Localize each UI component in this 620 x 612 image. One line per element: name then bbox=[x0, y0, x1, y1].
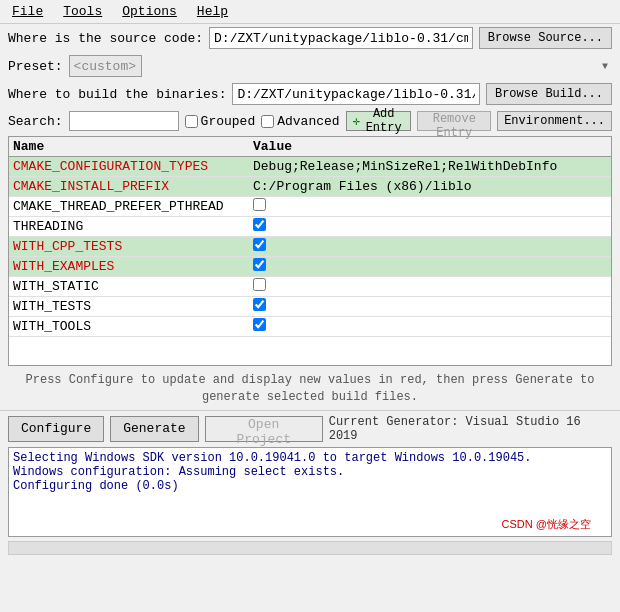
entry-checkbox[interactable] bbox=[253, 238, 266, 251]
preset-label: Preset: bbox=[8, 59, 63, 74]
cell-value[interactable] bbox=[253, 238, 607, 255]
source-label: Where is the source code: bbox=[8, 31, 203, 46]
log-lines: Selecting Windows SDK version 10.0.19041… bbox=[13, 451, 607, 493]
build-input[interactable] bbox=[232, 83, 480, 105]
environment-button[interactable]: Environment... bbox=[497, 111, 612, 131]
table-header: Name Value bbox=[9, 137, 611, 157]
menubar: File Tools Options Help bbox=[0, 0, 620, 24]
entry-checkbox[interactable] bbox=[253, 318, 266, 331]
entry-checkbox[interactable] bbox=[253, 258, 266, 271]
plus-icon: ✛ bbox=[353, 114, 360, 129]
bottom-buttons: Configure Generate Open Project Current … bbox=[0, 410, 620, 447]
browse-build-button[interactable]: Browse Build... bbox=[486, 83, 612, 105]
table-row[interactable]: WITH_TESTS bbox=[9, 297, 611, 317]
preset-dropdown[interactable]: <custom> bbox=[69, 55, 142, 77]
bottom-scroll bbox=[0, 541, 620, 555]
browse-source-button[interactable]: Browse Source... bbox=[479, 27, 612, 49]
log-line: Selecting Windows SDK version 10.0.19041… bbox=[13, 451, 607, 465]
advanced-label[interactable]: Advanced bbox=[261, 114, 339, 129]
table-row[interactable]: WITH_CPP_TESTS bbox=[9, 237, 611, 257]
status-message: Press Configure to update and display ne… bbox=[0, 368, 620, 410]
cell-value[interactable] bbox=[253, 258, 607, 275]
menu-tools[interactable]: Tools bbox=[59, 3, 106, 20]
search-input[interactable] bbox=[69, 111, 179, 131]
configure-button[interactable]: Configure bbox=[8, 416, 104, 442]
cell-name: CMAKE_INSTALL_PREFIX bbox=[13, 179, 253, 194]
cell-value[interactable] bbox=[253, 198, 607, 215]
cell-name: CMAKE_CONFIGURATION_TYPES bbox=[13, 159, 253, 174]
table-row[interactable]: CMAKE_INSTALL_PREFIXC:/Program Files (x8… bbox=[9, 177, 611, 197]
menu-help[interactable]: Help bbox=[193, 3, 232, 20]
cell-value[interactable] bbox=[253, 218, 607, 235]
table-row[interactable]: THREADING bbox=[9, 217, 611, 237]
generator-text: Current Generator: Visual Studio 16 2019 bbox=[329, 415, 612, 443]
table-row[interactable]: WITH_EXAMPLES bbox=[9, 257, 611, 277]
preset-wrapper: <custom> bbox=[69, 55, 612, 77]
cell-value[interactable] bbox=[253, 318, 607, 335]
cell-name: CMAKE_THREAD_PREFER_PTHREAD bbox=[13, 199, 253, 214]
entry-checkbox[interactable] bbox=[253, 298, 266, 311]
menu-options[interactable]: Options bbox=[118, 3, 181, 20]
cell-name: WITH_STATIC bbox=[13, 279, 253, 294]
table-row[interactable]: CMAKE_CONFIGURATION_TYPESDebug;Release;M… bbox=[9, 157, 611, 177]
search-label: Search: bbox=[8, 114, 63, 129]
header-name: Name bbox=[13, 139, 253, 154]
cell-name: WITH_EXAMPLES bbox=[13, 259, 253, 274]
cell-value[interactable] bbox=[253, 278, 607, 295]
open-project-button[interactable]: Open Project bbox=[205, 416, 323, 442]
table-row[interactable]: CMAKE_THREAD_PREFER_PTHREAD bbox=[9, 197, 611, 217]
cell-value: Debug;Release;MinSizeRel;RelWithDebInfo bbox=[253, 159, 607, 174]
entry-checkbox[interactable] bbox=[253, 218, 266, 231]
table-row[interactable]: WITH_TOOLS bbox=[9, 317, 611, 337]
add-entry-button[interactable]: ✛ Add Entry bbox=[346, 111, 412, 131]
search-row: Search: Grouped Advanced ✛ Add Entry Rem… bbox=[0, 108, 620, 134]
cell-name: WITH_TESTS bbox=[13, 299, 253, 314]
preset-row: Preset: <custom> bbox=[0, 52, 620, 80]
cell-name: THREADING bbox=[13, 219, 253, 234]
advanced-checkbox[interactable] bbox=[261, 115, 274, 128]
cell-value: C:/Program Files (x86)/liblo bbox=[253, 179, 607, 194]
table-body: CMAKE_CONFIGURATION_TYPESDebug;Release;M… bbox=[9, 157, 611, 337]
table-row[interactable]: WITH_STATIC bbox=[9, 277, 611, 297]
source-input[interactable] bbox=[209, 27, 473, 49]
generate-button[interactable]: Generate bbox=[110, 416, 198, 442]
log-line: Configuring done (0.0s) bbox=[13, 479, 607, 493]
log-area[interactable]: Selecting Windows SDK version 10.0.19041… bbox=[8, 447, 612, 537]
cmake-table: Name Value CMAKE_CONFIGURATION_TYPESDebu… bbox=[8, 136, 612, 366]
header-value: Value bbox=[253, 139, 607, 154]
grouped-label[interactable]: Grouped bbox=[185, 114, 256, 129]
remove-entry-button[interactable]: Remove Entry bbox=[417, 111, 491, 131]
source-row: Where is the source code: Browse Source.… bbox=[0, 24, 620, 52]
cell-name: WITH_TOOLS bbox=[13, 319, 253, 334]
cell-name: WITH_CPP_TESTS bbox=[13, 239, 253, 254]
build-label: Where to build the binaries: bbox=[8, 87, 226, 102]
log-line: Windows configuration: Assuming select e… bbox=[13, 465, 607, 479]
watermark: CSDN @恍缘之空 bbox=[502, 517, 591, 532]
grouped-checkbox[interactable] bbox=[185, 115, 198, 128]
menu-file[interactable]: File bbox=[8, 3, 47, 20]
build-row: Where to build the binaries: Browse Buil… bbox=[0, 80, 620, 108]
entry-checkbox[interactable] bbox=[253, 198, 266, 211]
horizontal-scrollbar[interactable] bbox=[8, 541, 612, 555]
entry-checkbox[interactable] bbox=[253, 278, 266, 291]
cell-value[interactable] bbox=[253, 298, 607, 315]
